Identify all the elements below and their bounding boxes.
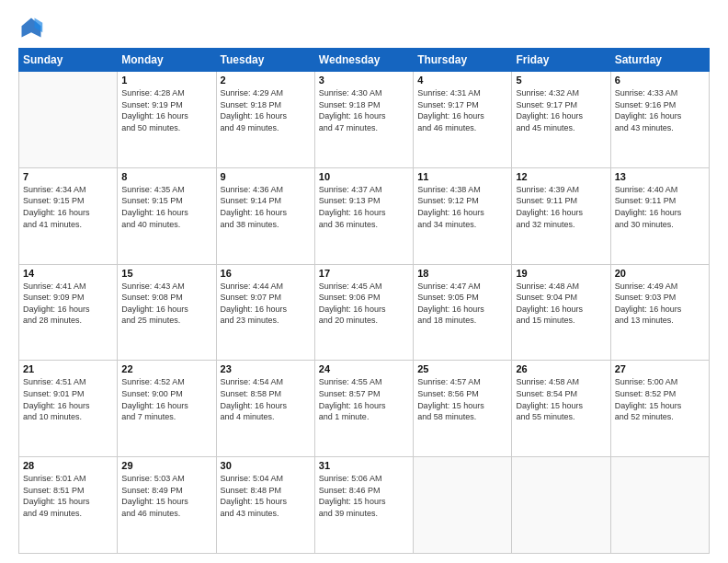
day-number: 17 [319, 268, 409, 279]
day-number: 26 [516, 363, 606, 374]
day-info: Sunrise: 4:37 AM Sunset: 9:13 PM Dayligh… [319, 184, 409, 230]
day-info: Sunrise: 4:55 AM Sunset: 8:57 PM Dayligh… [319, 376, 409, 422]
day-cell: 12Sunrise: 4:39 AM Sunset: 9:11 PM Dayli… [512, 167, 610, 264]
day-cell: 19Sunrise: 4:48 AM Sunset: 9:04 PM Dayli… [512, 264, 610, 361]
col-header-saturday: Saturday [610, 49, 709, 72]
col-header-tuesday: Tuesday [216, 49, 314, 72]
day-cell: 6Sunrise: 4:33 AM Sunset: 9:16 PM Daylig… [610, 72, 709, 168]
day-number: 20 [615, 268, 705, 279]
day-number: 21 [23, 363, 113, 374]
calendar-table: SundayMondayTuesdayWednesdayThursdayFrid… [18, 48, 710, 554]
day-info: Sunrise: 4:36 AM Sunset: 9:14 PM Dayligh… [221, 184, 311, 230]
day-info: Sunrise: 4:29 AM Sunset: 9:18 PM Dayligh… [221, 87, 311, 133]
day-cell: 17Sunrise: 4:45 AM Sunset: 9:06 PM Dayli… [314, 264, 413, 361]
day-number: 7 [23, 171, 113, 182]
col-header-sunday: Sunday [19, 49, 118, 72]
day-number: 8 [121, 171, 211, 182]
day-info: Sunrise: 5:04 AM Sunset: 8:48 PM Dayligh… [221, 473, 311, 519]
week-row-4: 21Sunrise: 4:51 AM Sunset: 9:01 PM Dayli… [19, 361, 710, 457]
day-cell: 2Sunrise: 4:29 AM Sunset: 9:18 PM Daylig… [216, 72, 314, 168]
day-cell: 18Sunrise: 4:47 AM Sunset: 9:05 PM Dayli… [414, 264, 512, 361]
calendar-header: SundayMondayTuesdayWednesdayThursdayFrid… [19, 49, 710, 72]
day-cell: 21Sunrise: 4:51 AM Sunset: 9:01 PM Dayli… [19, 361, 118, 457]
header [18, 15, 710, 40]
day-number: 11 [417, 171, 507, 182]
day-cell: 10Sunrise: 4:37 AM Sunset: 9:13 PM Dayli… [314, 167, 413, 264]
day-cell: 26Sunrise: 4:58 AM Sunset: 8:54 PM Dayli… [512, 361, 610, 457]
day-cell: 1Sunrise: 4:28 AM Sunset: 9:19 PM Daylig… [118, 72, 216, 168]
day-info: Sunrise: 4:32 AM Sunset: 9:17 PM Dayligh… [516, 87, 606, 133]
day-cell: 7Sunrise: 4:34 AM Sunset: 9:15 PM Daylig… [19, 167, 118, 264]
day-number: 5 [516, 75, 606, 86]
page: SundayMondayTuesdayWednesdayThursdayFrid… [0, 0, 728, 563]
day-cell: 28Sunrise: 5:01 AM Sunset: 8:51 PM Dayli… [19, 457, 118, 554]
day-number: 9 [221, 171, 311, 182]
day-number: 6 [615, 75, 705, 86]
day-info: Sunrise: 4:57 AM Sunset: 8:56 PM Dayligh… [417, 376, 507, 422]
day-info: Sunrise: 4:49 AM Sunset: 9:03 PM Dayligh… [615, 281, 705, 327]
day-info: Sunrise: 4:33 AM Sunset: 9:16 PM Dayligh… [615, 87, 705, 133]
day-cell: 20Sunrise: 4:49 AM Sunset: 9:03 PM Dayli… [610, 264, 709, 361]
day-number: 3 [319, 75, 409, 86]
logo [18, 15, 48, 40]
day-info: Sunrise: 4:35 AM Sunset: 9:15 PM Dayligh… [121, 184, 211, 230]
day-number: 27 [615, 363, 705, 374]
day-info: Sunrise: 4:52 AM Sunset: 9:00 PM Dayligh… [121, 376, 211, 422]
week-row-2: 7Sunrise: 4:34 AM Sunset: 9:15 PM Daylig… [19, 167, 710, 264]
day-number: 10 [319, 171, 409, 182]
week-row-5: 28Sunrise: 5:01 AM Sunset: 8:51 PM Dayli… [19, 457, 710, 554]
day-cell: 5Sunrise: 4:32 AM Sunset: 9:17 PM Daylig… [512, 72, 610, 168]
day-number: 19 [516, 268, 606, 279]
day-cell [19, 72, 118, 168]
day-cell: 15Sunrise: 4:43 AM Sunset: 9:08 PM Dayli… [118, 264, 216, 361]
day-number: 22 [121, 363, 211, 374]
day-cell: 23Sunrise: 4:54 AM Sunset: 8:58 PM Dayli… [216, 361, 314, 457]
day-info: Sunrise: 4:48 AM Sunset: 9:04 PM Dayligh… [516, 281, 606, 327]
day-info: Sunrise: 5:01 AM Sunset: 8:51 PM Dayligh… [23, 473, 113, 519]
day-number: 24 [319, 363, 409, 374]
day-number: 12 [516, 171, 606, 182]
day-number: 31 [319, 460, 409, 471]
day-cell: 25Sunrise: 4:57 AM Sunset: 8:56 PM Dayli… [414, 361, 512, 457]
day-info: Sunrise: 4:54 AM Sunset: 8:58 PM Dayligh… [221, 376, 311, 422]
day-info: Sunrise: 4:39 AM Sunset: 9:11 PM Dayligh… [516, 184, 606, 230]
day-number: 1 [121, 75, 211, 86]
day-info: Sunrise: 4:34 AM Sunset: 9:15 PM Dayligh… [23, 184, 113, 230]
day-cell: 14Sunrise: 4:41 AM Sunset: 9:09 PM Dayli… [19, 264, 118, 361]
day-number: 23 [221, 363, 311, 374]
header-row: SundayMondayTuesdayWednesdayThursdayFrid… [19, 49, 710, 72]
day-info: Sunrise: 4:41 AM Sunset: 9:09 PM Dayligh… [23, 281, 113, 327]
col-header-friday: Friday [512, 49, 610, 72]
day-info: Sunrise: 5:03 AM Sunset: 8:49 PM Dayligh… [121, 473, 211, 519]
day-number: 13 [615, 171, 705, 182]
col-header-monday: Monday [118, 49, 216, 72]
logo-icon [18, 15, 44, 40]
day-cell: 4Sunrise: 4:31 AM Sunset: 9:17 PM Daylig… [414, 72, 512, 168]
day-cell: 29Sunrise: 5:03 AM Sunset: 8:49 PM Dayli… [118, 457, 216, 554]
day-number: 30 [221, 460, 311, 471]
day-number: 16 [221, 268, 311, 279]
day-number: 25 [417, 363, 507, 374]
day-info: Sunrise: 4:44 AM Sunset: 9:07 PM Dayligh… [221, 281, 311, 327]
day-cell: 11Sunrise: 4:38 AM Sunset: 9:12 PM Dayli… [414, 167, 512, 264]
day-info: Sunrise: 5:06 AM Sunset: 8:46 PM Dayligh… [319, 473, 409, 519]
day-number: 29 [121, 460, 211, 471]
day-number: 28 [23, 460, 113, 471]
day-info: Sunrise: 4:30 AM Sunset: 9:18 PM Dayligh… [319, 87, 409, 133]
day-info: Sunrise: 4:40 AM Sunset: 9:11 PM Dayligh… [615, 184, 705, 230]
day-cell: 31Sunrise: 5:06 AM Sunset: 8:46 PM Dayli… [314, 457, 413, 554]
week-row-3: 14Sunrise: 4:41 AM Sunset: 9:09 PM Dayli… [19, 264, 710, 361]
day-info: Sunrise: 4:43 AM Sunset: 9:08 PM Dayligh… [121, 281, 211, 327]
col-header-thursday: Thursday [414, 49, 512, 72]
day-number: 4 [417, 75, 507, 86]
day-info: Sunrise: 4:38 AM Sunset: 9:12 PM Dayligh… [417, 184, 507, 230]
day-info: Sunrise: 4:28 AM Sunset: 9:19 PM Dayligh… [121, 87, 211, 133]
week-row-1: 1Sunrise: 4:28 AM Sunset: 9:19 PM Daylig… [19, 72, 710, 168]
day-info: Sunrise: 4:45 AM Sunset: 9:06 PM Dayligh… [319, 281, 409, 327]
day-number: 18 [417, 268, 507, 279]
day-info: Sunrise: 4:58 AM Sunset: 8:54 PM Dayligh… [516, 376, 606, 422]
calendar-body: 1Sunrise: 4:28 AM Sunset: 9:19 PM Daylig… [19, 72, 710, 554]
day-cell: 27Sunrise: 5:00 AM Sunset: 8:52 PM Dayli… [610, 361, 709, 457]
day-cell [512, 457, 610, 554]
day-cell: 9Sunrise: 4:36 AM Sunset: 9:14 PM Daylig… [216, 167, 314, 264]
